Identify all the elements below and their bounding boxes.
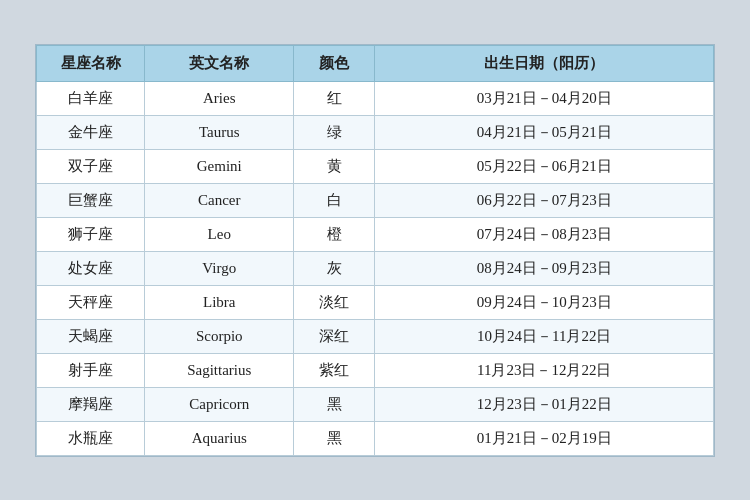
- cell-date: 12月23日－01月22日: [375, 387, 714, 421]
- cell-english: Taurus: [145, 115, 294, 149]
- cell-color: 白: [294, 183, 375, 217]
- cell-date: 10月24日－11月22日: [375, 319, 714, 353]
- cell-chinese: 双子座: [37, 149, 145, 183]
- table-row: 摩羯座Capricorn黑12月23日－01月22日: [37, 387, 714, 421]
- cell-english: Sagittarius: [145, 353, 294, 387]
- header-chinese: 星座名称: [37, 45, 145, 81]
- cell-date: 05月22日－06月21日: [375, 149, 714, 183]
- cell-english: Scorpio: [145, 319, 294, 353]
- header-english: 英文名称: [145, 45, 294, 81]
- cell-date: 06月22日－07月23日: [375, 183, 714, 217]
- cell-color: 黑: [294, 387, 375, 421]
- table-row: 狮子座Leo橙07月24日－08月23日: [37, 217, 714, 251]
- cell-english: Aquarius: [145, 421, 294, 455]
- cell-color: 灰: [294, 251, 375, 285]
- table-row: 白羊座Aries红03月21日－04月20日: [37, 81, 714, 115]
- table-body: 白羊座Aries红03月21日－04月20日金牛座Taurus绿04月21日－0…: [37, 81, 714, 455]
- cell-date: 04月21日－05月21日: [375, 115, 714, 149]
- cell-english: Gemini: [145, 149, 294, 183]
- cell-english: Capricorn: [145, 387, 294, 421]
- cell-color: 深红: [294, 319, 375, 353]
- cell-chinese: 巨蟹座: [37, 183, 145, 217]
- cell-chinese: 摩羯座: [37, 387, 145, 421]
- table-row: 射手座Sagittarius紫红11月23日－12月22日: [37, 353, 714, 387]
- table-row: 巨蟹座Cancer白06月22日－07月23日: [37, 183, 714, 217]
- cell-date: 07月24日－08月23日: [375, 217, 714, 251]
- cell-color: 绿: [294, 115, 375, 149]
- cell-color: 黄: [294, 149, 375, 183]
- cell-date: 01月21日－02月19日: [375, 421, 714, 455]
- cell-english: Leo: [145, 217, 294, 251]
- cell-chinese: 处女座: [37, 251, 145, 285]
- table-row: 处女座Virgo灰08月24日－09月23日: [37, 251, 714, 285]
- cell-date: 11月23日－12月22日: [375, 353, 714, 387]
- table-row: 天蝎座Scorpio深红10月24日－11月22日: [37, 319, 714, 353]
- cell-date: 03月21日－04月20日: [375, 81, 714, 115]
- header-color: 颜色: [294, 45, 375, 81]
- cell-chinese: 射手座: [37, 353, 145, 387]
- cell-chinese: 天秤座: [37, 285, 145, 319]
- cell-date: 09月24日－10月23日: [375, 285, 714, 319]
- cell-color: 橙: [294, 217, 375, 251]
- table-row: 水瓶座Aquarius黑01月21日－02月19日: [37, 421, 714, 455]
- cell-date: 08月24日－09月23日: [375, 251, 714, 285]
- cell-chinese: 白羊座: [37, 81, 145, 115]
- cell-chinese: 金牛座: [37, 115, 145, 149]
- table-header-row: 星座名称 英文名称 颜色 出生日期（阳历）: [37, 45, 714, 81]
- cell-english: Aries: [145, 81, 294, 115]
- table-row: 金牛座Taurus绿04月21日－05月21日: [37, 115, 714, 149]
- cell-chinese: 水瓶座: [37, 421, 145, 455]
- cell-chinese: 天蝎座: [37, 319, 145, 353]
- cell-color: 黑: [294, 421, 375, 455]
- table-row: 天秤座Libra淡红09月24日－10月23日: [37, 285, 714, 319]
- cell-color: 红: [294, 81, 375, 115]
- cell-english: Libra: [145, 285, 294, 319]
- zodiac-table: 星座名称 英文名称 颜色 出生日期（阳历） 白羊座Aries红03月21日－04…: [36, 45, 714, 456]
- cell-english: Virgo: [145, 251, 294, 285]
- cell-chinese: 狮子座: [37, 217, 145, 251]
- cell-color: 淡红: [294, 285, 375, 319]
- cell-color: 紫红: [294, 353, 375, 387]
- header-date: 出生日期（阳历）: [375, 45, 714, 81]
- cell-english: Cancer: [145, 183, 294, 217]
- table-row: 双子座Gemini黄05月22日－06月21日: [37, 149, 714, 183]
- zodiac-table-container: 星座名称 英文名称 颜色 出生日期（阳历） 白羊座Aries红03月21日－04…: [35, 44, 715, 457]
